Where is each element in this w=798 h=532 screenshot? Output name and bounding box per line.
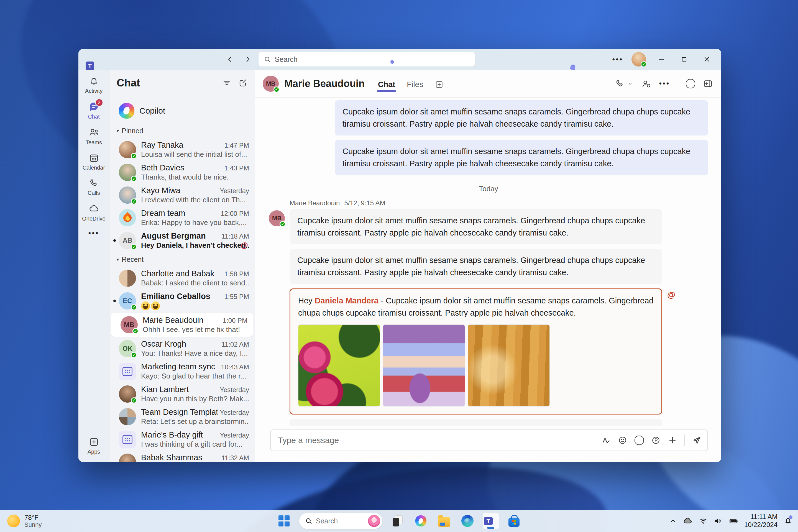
list-item[interactable]: ✓ Kian LambertYesterday Have you run thi… xyxy=(110,383,255,405)
avatar xyxy=(119,363,136,380)
mention-name[interactable]: Daniela Mandera xyxy=(315,296,379,305)
add-people-icon[interactable] xyxy=(641,78,651,89)
apps-icon xyxy=(89,437,99,447)
chat-list-panel: Chat Copilot ▾ Pinned xyxy=(110,70,255,462)
format-icon[interactable] xyxy=(601,436,611,445)
incoming-message: Cupcake ipsum dolor sit amet muffin sesa… xyxy=(289,419,662,425)
sidebar-item-calendar[interactable]: Calendar xyxy=(78,153,109,171)
minimize-button[interactable] xyxy=(654,54,669,64)
more-options-icon[interactable]: ••• xyxy=(659,79,670,88)
panel-title: Chat xyxy=(117,77,215,89)
sidebar-item-teams[interactable]: Teams xyxy=(78,127,109,146)
sender-avatar: MB✓ xyxy=(269,210,285,226)
open-pane-icon[interactable] xyxy=(703,79,713,89)
avatar xyxy=(119,431,136,448)
list-item[interactable]: ✓ Kayo MiwaYesterday I reviewed with the… xyxy=(110,184,255,206)
section-pinned[interactable]: ▾ Pinned xyxy=(110,123,255,138)
copilot-icon xyxy=(119,103,134,119)
file-explorer-button[interactable] xyxy=(436,513,452,529)
list-item[interactable]: Dream team12:00 PM Erika: Happy to have … xyxy=(110,206,255,229)
more-icon: ••• xyxy=(89,229,99,238)
search-highlight-image xyxy=(368,515,380,527)
message-input[interactable] xyxy=(278,436,594,445)
avatar xyxy=(119,408,136,425)
list-item[interactable]: ✓ Babak Shammas11:32 AM Yah, that sounds… xyxy=(110,451,255,462)
task-view-icon xyxy=(392,515,403,527)
teams-window: T ••• ✓ xyxy=(78,49,721,462)
sidebar-item-activity[interactable]: Activity xyxy=(78,76,109,94)
call-button[interactable] xyxy=(615,79,633,89)
taskbar-search[interactable] xyxy=(299,513,382,529)
search-input[interactable] xyxy=(274,55,470,64)
peer-avatar[interactable]: MB ✓ xyxy=(263,76,279,92)
tab-files[interactable]: Files xyxy=(406,80,424,97)
sidebar-item-onedrive[interactable]: OneDrive xyxy=(78,203,109,222)
attachment-image-still-life[interactable] xyxy=(468,324,550,406)
list-item[interactable]: Marie's B-day giftYesterday I was thinki… xyxy=(110,428,255,451)
copilot-icon[interactable] xyxy=(686,79,695,89)
maximize-button[interactable] xyxy=(677,54,691,64)
app-search-box[interactable] xyxy=(259,52,475,66)
avatar: ✓ xyxy=(119,164,136,181)
battery-icon[interactable] xyxy=(729,516,738,526)
copilot-icon[interactable] xyxy=(634,436,644,445)
rail-label: OneDrive xyxy=(82,215,105,222)
user-avatar[interactable]: ✓ xyxy=(631,52,646,66)
teams-app-button[interactable]: T xyxy=(483,513,499,529)
tab-chat[interactable]: Chat xyxy=(377,80,396,97)
notifications-bell-icon[interactable] xyxy=(784,516,793,525)
chevron-down-icon: ▾ xyxy=(117,257,119,262)
attachment-image-roses[interactable] xyxy=(298,324,380,406)
wifi-icon[interactable] xyxy=(699,516,708,525)
mention-message: Hey Daniela Mandera - Cupcake ipsum dolo… xyxy=(289,288,662,415)
list-item[interactable]: Marketing team sync10:43 AM Kayo: So gla… xyxy=(110,360,255,383)
list-item[interactable]: Team Design TemplateYesterday Reta: Let'… xyxy=(110,405,255,428)
clock[interactable]: 11:11 AM 10/22/2024 xyxy=(744,513,778,529)
attach-plus-icon[interactable] xyxy=(668,436,677,445)
back-icon[interactable] xyxy=(223,54,237,65)
rail-label: Chat xyxy=(88,114,99,120)
calendar-icon xyxy=(122,367,132,376)
list-item[interactable]: OK✓ Oscar Krogh11:02 AM You: Thanks! Hav… xyxy=(110,337,255,360)
sidebar-item-calls[interactable]: Calls xyxy=(78,178,109,196)
list-item[interactable]: ✓ Ray Tanaka1:47 PM Louisa will send the… xyxy=(110,138,255,161)
taskbar-search-input[interactable] xyxy=(316,517,365,525)
settings-more-icon[interactable]: ••• xyxy=(612,55,623,64)
section-recent[interactable]: ▾ Recent xyxy=(110,252,255,267)
list-item[interactable]: AB✓ August Bergman11:18 AM Hey Daniela, … xyxy=(110,229,255,252)
filter-icon[interactable] xyxy=(222,78,231,88)
task-view-button[interactable] xyxy=(390,513,406,529)
tray-chevron-up-icon[interactable] xyxy=(669,517,677,525)
close-button[interactable] xyxy=(700,54,714,64)
chevron-down-icon: ▾ xyxy=(117,128,119,134)
emoji-icon[interactable] xyxy=(618,436,627,445)
volume-icon[interactable] xyxy=(714,516,723,525)
edge-button[interactable] xyxy=(459,513,475,529)
list-item-selected[interactable]: MB✓ Marie Beaudouin1:00 PM Ohhh I see, y… xyxy=(111,313,253,337)
avatar: OK✓ xyxy=(119,340,136,357)
list-item[interactable]: ✓ Beth Davies1:43 PM Thanks, that would … xyxy=(110,161,255,184)
sidebar-item-apps[interactable]: Apps xyxy=(78,437,109,455)
list-item-copilot[interactable]: Copilot xyxy=(110,98,255,123)
avatar: MB✓ xyxy=(120,316,138,333)
sidebar-item-chat[interactable]: 2 Chat xyxy=(78,101,109,120)
teams-people-icon xyxy=(89,127,99,138)
send-icon[interactable] xyxy=(692,435,702,445)
loop-icon[interactable] xyxy=(651,436,661,445)
bell-icon xyxy=(89,76,99,87)
copilot-app-button[interactable] xyxy=(413,513,429,529)
list-item[interactable]: Charlotte and Babak1:58 PM Babak: I aske… xyxy=(110,267,255,289)
onedrive-tray-icon[interactable] xyxy=(683,516,693,526)
weather-widget[interactable]: 78°F Sunny xyxy=(7,514,41,528)
sidebar-more-button[interactable]: ••• xyxy=(78,229,109,238)
laugh-emoji xyxy=(141,302,150,310)
chat-list: Copilot ▾ Pinned ✓ Ray Tanaka1:47 PM Lou… xyxy=(110,96,255,462)
message-composer[interactable] xyxy=(270,430,708,451)
forward-icon[interactable] xyxy=(241,54,255,65)
new-chat-icon[interactable] xyxy=(238,78,247,88)
start-button[interactable] xyxy=(276,513,292,529)
list-item[interactable]: EC✓ Emiliano Ceballos1:55 PM xyxy=(110,289,255,312)
attachment-image-landscape[interactable] xyxy=(383,324,465,406)
add-tab-icon[interactable] xyxy=(434,80,445,97)
store-button[interactable] xyxy=(506,513,522,529)
